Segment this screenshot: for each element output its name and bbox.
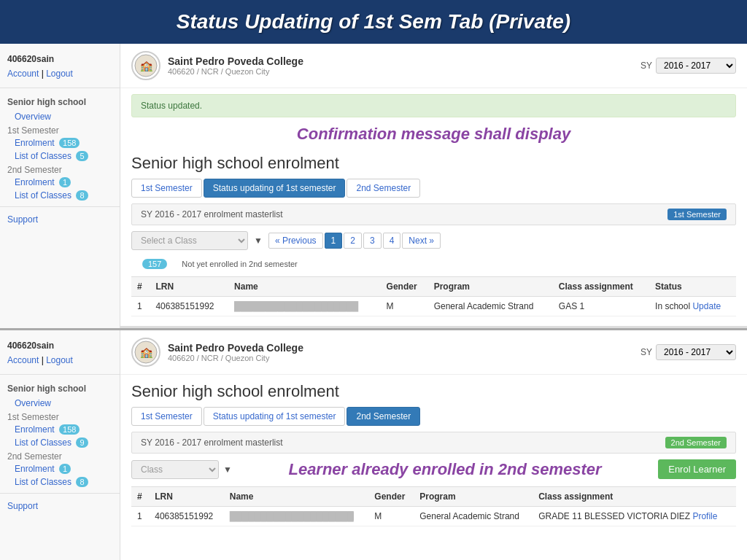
masterlist-bar-top: SY 2016 - 2017 enrolment masterlist 1st … <box>131 203 736 225</box>
enrolment1-badge-bottom: 158 <box>59 424 80 435</box>
sidebar-bottom: 406620sain Account | Logout Senior high … <box>0 330 120 560</box>
enrolment1-badge: 158 <box>59 138 80 148</box>
table-container-top: # LRN Name Gender Program Class assignme… <box>120 276 747 316</box>
page-3-top[interactable]: 3 <box>363 233 382 249</box>
sy-label-top: SY <box>640 61 652 71</box>
semester-badge-top: 1st Semester <box>667 209 727 220</box>
sy-select-top[interactable]: 2016 - 2017 <box>656 58 736 74</box>
sidebar-auth-links: Account | Logout <box>0 69 120 83</box>
sidebar-section-senior-bottom: Senior high school <box>0 379 120 397</box>
page-1-top[interactable]: 1 <box>325 233 343 249</box>
col-class-top: Class assignment <box>553 277 649 297</box>
panel-bottom: 🏫 Saint Pedro Poveda College 406620 / NC… <box>120 330 747 560</box>
sidebar-item-listclasses2[interactable]: List of Classes 8 <box>0 189 120 202</box>
enrol-learner-button[interactable]: Enrol Learner <box>658 459 736 479</box>
listclasses2-badge-bottom: 8 <box>76 477 88 487</box>
sidebar-username: 406620sain <box>0 50 120 69</box>
sidebar-item-listclasses1-bottom[interactable]: List of Classes 9 <box>0 436 120 449</box>
col-num-top: # <box>131 277 150 297</box>
school-header-top: 🏫 Saint Pedro Poveda College 406620 / NC… <box>120 44 747 88</box>
table-row-bottom: 1 406385151992 ████████████████████ M Ge… <box>131 507 736 526</box>
sidebar-2nd-sem-label-bottom: 2nd Semester <box>0 449 120 462</box>
logout-link-bottom[interactable]: Logout <box>46 355 73 365</box>
page-4-top[interactable]: 4 <box>383 233 401 249</box>
col-gender-top: Gender <box>381 277 428 297</box>
semester-badge-bottom: 2nd Semester <box>665 437 727 448</box>
not-enrolled-bar: 157 Not yet enrolled in 2nd semester <box>120 256 747 275</box>
account-link[interactable]: Account <box>7 69 39 79</box>
sidebar-1st-sem-label: 1st Semester <box>0 123 120 136</box>
tab-1st-semester-bottom[interactable]: 1st Semester <box>131 407 202 426</box>
learner-enrolled-message: Learner already enrolled in 2nd semester <box>288 454 601 481</box>
sidebar-support[interactable]: Support <box>0 211 120 228</box>
svg-text:🏫: 🏫 <box>140 60 153 72</box>
table-container-bottom: # LRN Name Gender Program Class assignme… <box>120 486 747 526</box>
tab-bar-top: 1st Semester Status updating of 1st seme… <box>120 179 747 203</box>
sidebar-item-enrolment1[interactable]: Enrolment 158 <box>0 136 120 149</box>
listclasses2-badge: 8 <box>76 190 88 201</box>
school-logo-top: 🏫 <box>131 51 160 80</box>
sy-label-bottom: SY <box>640 347 652 357</box>
tab-1st-semester-top[interactable]: 1st Semester <box>131 179 202 198</box>
sy-select-bottom[interactable]: 2016 - 2017 <box>656 344 736 360</box>
filter-arrow-top: ▼ <box>254 236 263 246</box>
tab-2nd-semester-top[interactable]: 2nd Semester <box>347 179 420 198</box>
filter-arrow-bottom: ▼ <box>223 464 232 475</box>
col-program-top: Program <box>428 277 553 297</box>
sidebar-support-bottom[interactable]: Support <box>0 498 120 514</box>
class-select-bottom[interactable]: Class <box>131 460 219 479</box>
profile-link-bottom[interactable]: Profile <box>692 511 717 521</box>
svg-text:🏫: 🏫 <box>140 346 153 359</box>
page-prev-top[interactable]: « Previous <box>268 233 323 249</box>
panel-top: 🏫 Saint Pedro Poveda College 406620 / NC… <box>120 44 747 328</box>
page-next-top[interactable]: Next » <box>402 233 441 249</box>
col-status-top: Status <box>649 277 736 297</box>
sidebar-item-enrolment2[interactable]: Enrolment 1 <box>0 176 120 189</box>
enrolment2-badge: 1 <box>59 177 71 187</box>
school-logo-bottom: 🏫 <box>131 338 160 367</box>
col-name-bottom: Name <box>224 487 369 507</box>
sidebar-item-listclasses2-bottom[interactable]: List of Classes 8 <box>0 475 120 489</box>
school-sub-top: 406620 / NCR / Quezon City <box>168 67 303 76</box>
sidebar-username-bottom: 406620sain <box>0 336 120 355</box>
page-2-top[interactable]: 2 <box>344 233 362 249</box>
tab-2nd-semester-bottom[interactable]: 2nd Semester <box>347 407 420 426</box>
tab-status-update-top[interactable]: Status updating of 1st semester <box>204 179 346 198</box>
sidebar-2nd-sem-label: 2nd Semester <box>0 163 120 176</box>
sidebar-item-overview-bottom[interactable]: Overview <box>0 397 120 410</box>
listclasses1-badge: 5 <box>76 151 88 161</box>
col-lrn-bottom: LRN <box>149 487 224 507</box>
tab-bar-bottom: 1st Semester Status updating of 1st seme… <box>120 407 747 432</box>
sidebar-section-senior: Senior high school <box>0 93 120 110</box>
enrolment2-badge-bottom: 1 <box>59 464 71 474</box>
enrolment-title-top: Senior high school enrolment <box>120 147 747 179</box>
account-link-bottom[interactable]: Account <box>7 355 39 365</box>
school-name-top: Saint Pedro Poveda College <box>168 55 303 67</box>
not-enrolled-text: Not yet enrolled in 2nd semester <box>182 260 297 268</box>
sidebar-item-overview[interactable]: Overview <box>0 110 120 123</box>
sidebar-auth-links-bottom: Account | Logout <box>0 355 120 370</box>
col-class-bottom: Class assignment <box>533 487 736 507</box>
col-num-bottom: # <box>131 487 149 507</box>
col-program-bottom: Program <box>414 487 533 507</box>
sidebar-item-enrolment1-bottom[interactable]: Enrolment 158 <box>0 423 120 436</box>
col-lrn-top: LRN <box>150 277 228 297</box>
enrolment-table-bottom: # LRN Name Gender Program Class assignme… <box>131 486 736 526</box>
tab-status-update-bottom[interactable]: Status updating of 1st semester <box>204 407 346 426</box>
not-enrolled-count: 157 <box>142 259 167 269</box>
pagination-top: « Previous 1 2 3 4 Next » <box>268 233 441 249</box>
update-link-top[interactable]: Update <box>692 301 721 311</box>
school-header-bottom: 🏫 Saint Pedro Poveda College 406620 / NC… <box>120 330 747 375</box>
sidebar-top: 406620sain Account | Logout Senior high … <box>0 44 120 328</box>
col-gender-bottom: Gender <box>368 487 414 507</box>
enrolment-title-bottom: Senior high school enrolment <box>120 375 747 407</box>
table-row: 1 406385151992 ████████████████████ M Ge… <box>131 297 736 316</box>
sidebar-item-listclasses1[interactable]: List of Classes 5 <box>0 149 120 163</box>
listclasses1-badge-bottom: 9 <box>76 438 88 448</box>
confirmation-message: Confirmation message shall display <box>120 117 747 147</box>
class-select-top[interactable]: Select a Class <box>131 231 248 250</box>
logout-link[interactable]: Logout <box>46 69 73 79</box>
school-name-bottom: Saint Pedro Poveda College <box>168 342 303 354</box>
enrolment-table-top: # LRN Name Gender Program Class assignme… <box>131 276 736 316</box>
sidebar-item-enrolment2-bottom[interactable]: Enrolment 1 <box>0 462 120 475</box>
